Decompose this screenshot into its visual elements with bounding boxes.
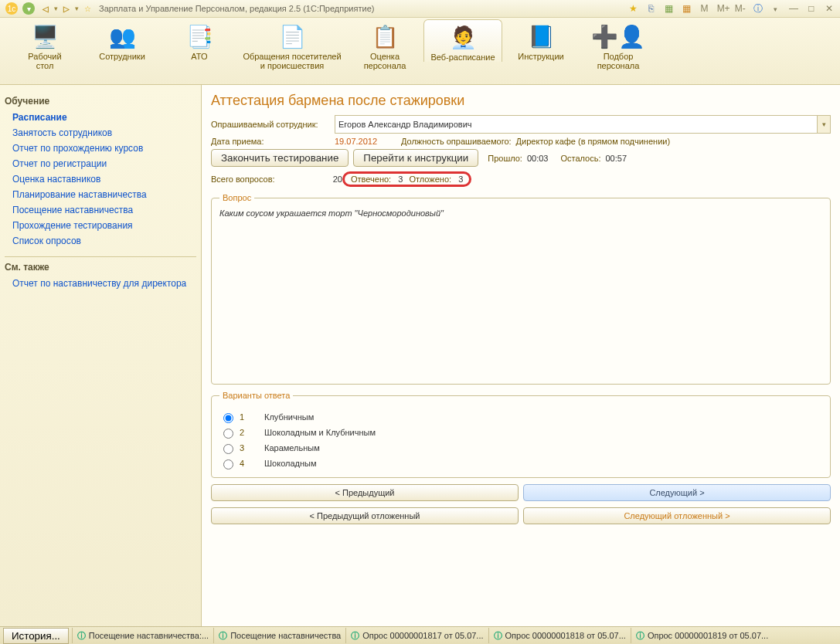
ato-icon: 📑 bbox=[161, 21, 238, 52]
hire-date-label: Дата приема: bbox=[211, 137, 335, 146]
calendar-icon[interactable]: ▦ bbox=[682, 3, 692, 14]
answers-fieldset: Варианты ответа 1Клубничным 2Шоколадным … bbox=[211, 391, 831, 478]
question-text: Каким соусом украшается торт "Черносморо… bbox=[219, 208, 822, 218]
sidebar-item-surveys[interactable]: Список опросов bbox=[5, 233, 196, 249]
prev-button[interactable]: < Предыдущий bbox=[211, 484, 519, 501]
bottom-tab[interactable]: ⓘПосещение наставничества bbox=[213, 628, 345, 643]
bottom-tab-label: Посещение наставничества:... bbox=[89, 631, 209, 640]
info-icon[interactable]: ⓘ bbox=[753, 3, 763, 14]
history-button[interactable]: История... bbox=[3, 628, 69, 644]
bottom-tab[interactable]: ⓘПосещение наставничества:... bbox=[72, 628, 213, 643]
answer-radio-3[interactable] bbox=[223, 444, 233, 454]
webschedule-icon: 🧑‍💼 bbox=[424, 22, 502, 53]
sidebar: Обучение Расписание Занятость сотруднико… bbox=[0, 85, 202, 629]
remain-label: Осталось: bbox=[560, 154, 600, 163]
info-icon: ⓘ bbox=[77, 630, 86, 642]
bottom-tab[interactable]: ⓘОпрос 00000001818 от 05.07... bbox=[488, 628, 631, 643]
answer-row[interactable]: 4Шоколадным bbox=[219, 456, 822, 471]
mminus-icon[interactable]: M- bbox=[735, 3, 746, 14]
tool-webschedule[interactable]: 🧑‍💼Веб-расписание bbox=[423, 19, 502, 62]
answer-row[interactable]: 3Карамельным bbox=[219, 440, 822, 456]
answer-num: 1 bbox=[240, 412, 250, 422]
maximize-icon[interactable]: □ bbox=[806, 3, 817, 14]
info-icon: ⓘ bbox=[351, 630, 359, 642]
sidebar-item-mentor-eval[interactable]: Оценка наставников bbox=[5, 171, 196, 187]
answer-text: Карамельным bbox=[264, 443, 320, 452]
sidebar-item-mentor-plan[interactable]: Планирование наставничества bbox=[5, 187, 196, 202]
calc-icon[interactable]: ▦ bbox=[663, 3, 674, 14]
postponed-value: 3 bbox=[458, 175, 463, 184]
answer-row[interactable]: 2Шоколадным и Клубничным bbox=[219, 425, 822, 440]
history-back-icon[interactable]: ◁ bbox=[39, 2, 52, 15]
sidebar-item-mentor-visit[interactable]: Посещение наставничества bbox=[5, 202, 196, 218]
history-fwd-icon[interactable]: ▷ bbox=[60, 2, 73, 15]
info-icon: ⓘ bbox=[494, 630, 502, 642]
bottombar: История... ⓘПосещение наставничества:...… bbox=[0, 626, 840, 644]
tool-appeals[interactable]: 📄Обращения посетителей и происшествия bbox=[238, 21, 346, 70]
tool-recruit[interactable]: ➕👤Подбор персонала bbox=[580, 21, 657, 70]
total-q-value: 20 bbox=[327, 175, 342, 184]
sidebar-item-testing[interactable]: Прохождение тестирования bbox=[5, 218, 196, 233]
sidebar-item-schedule[interactable]: Расписание bbox=[5, 110, 196, 125]
sidebar-item-reg-report[interactable]: Отчет по регистрации bbox=[5, 156, 196, 171]
minimize-icon[interactable]: — bbox=[788, 3, 799, 14]
m-icon[interactable]: M bbox=[699, 3, 710, 14]
hire-date-value: 19.07.2012 bbox=[335, 137, 396, 146]
tool-evaluation[interactable]: 📋Оценка персонала bbox=[346, 21, 423, 70]
link-icon[interactable]: ⎘ bbox=[645, 3, 656, 14]
history-fwd-dd-icon[interactable]: ▾ bbox=[75, 5, 79, 12]
position-value: Директор кафе (в прямом подчинении) bbox=[516, 137, 670, 146]
tool-employees[interactable]: 👥Сотрудники bbox=[83, 21, 161, 61]
tool-ato[interactable]: 📑АТО bbox=[161, 21, 238, 61]
employee-label: Опрашиваемый сотрудник: bbox=[211, 120, 335, 129]
info-icon: ⓘ bbox=[636, 630, 644, 642]
question-legend: Вопрос bbox=[219, 193, 254, 202]
goto-instruction-button[interactable]: Перейти к инструкции bbox=[353, 149, 478, 167]
prev-postponed-button[interactable]: < Предыдущий отложенный bbox=[211, 507, 519, 524]
menu-dropdown-icon[interactable]: ▾ bbox=[22, 2, 35, 15]
elapsed-label: Прошло: bbox=[488, 154, 522, 163]
bottom-tab-label: Опрос 00000001819 от 05.07... bbox=[648, 631, 768, 640]
answer-text: Клубничным bbox=[264, 412, 314, 422]
finish-test-button[interactable]: Закончить тестирование bbox=[211, 149, 349, 167]
answer-num: 2 bbox=[240, 428, 250, 437]
bottom-tab-label: Опрос 00000001817 от 05.07... bbox=[362, 631, 483, 640]
answer-num: 3 bbox=[240, 443, 250, 452]
answers-legend: Варианты ответа bbox=[219, 391, 293, 400]
sidebar-item-director-report[interactable]: Отчет по наставничеству для директора bbox=[5, 276, 196, 291]
question-fieldset: Вопрос Каким соусом украшается торт "Чер… bbox=[211, 193, 831, 385]
answer-row[interactable]: 1Клубничным bbox=[219, 409, 822, 425]
bottom-tab-label: Посещение наставничества bbox=[230, 631, 341, 640]
history-back-dd-icon[interactable]: ▾ bbox=[54, 5, 58, 12]
next-postponed-button[interactable]: Следующий отложенный > bbox=[523, 507, 831, 524]
tool-desktop[interactable]: 🖥️Рабочий стол bbox=[6, 21, 83, 70]
employee-field[interactable]: Егоров Александр Владимирович bbox=[335, 115, 818, 134]
answer-radio-4[interactable] bbox=[223, 459, 233, 469]
bottom-tab[interactable]: ⓘОпрос 00000001817 от 05.07... bbox=[345, 628, 488, 643]
app-logo-icon: 1c bbox=[5, 2, 18, 15]
instructions-icon: 📘 bbox=[502, 21, 580, 52]
highlighted-stats: Отвечено: 3 Отложено: 3 bbox=[342, 171, 471, 187]
elapsed-value: 00:03 bbox=[527, 154, 549, 163]
answer-radio-1[interactable] bbox=[223, 413, 233, 423]
favorite-icon[interactable]: ☆ bbox=[81, 2, 94, 15]
answered-label: Отвечено: bbox=[351, 175, 391, 184]
window-title: Зарплата и Управление Персоналом, редакц… bbox=[99, 4, 374, 13]
close-icon[interactable]: ✕ bbox=[824, 3, 835, 14]
next-button[interactable]: Следующий > bbox=[523, 484, 831, 501]
sidebar-group-learning: Обучение bbox=[5, 96, 196, 107]
main-panel: Аттестация бармена после стажировки Опра… bbox=[202, 85, 840, 629]
page-title: Аттестация бармена после стажировки bbox=[211, 93, 831, 109]
sidebar-item-employment[interactable]: Занятость сотрудников bbox=[5, 125, 196, 141]
total-q-label: Всего вопросов: bbox=[211, 175, 327, 184]
recruit-icon: ➕👤 bbox=[580, 21, 657, 52]
sidebar-item-course-report[interactable]: Отчет по прохождению курсов bbox=[5, 141, 196, 156]
info-dd-icon[interactable]: ▾ bbox=[770, 4, 781, 15]
mplus-icon[interactable]: M+ bbox=[717, 3, 728, 14]
tool-instructions[interactable]: 📘Инструкции bbox=[502, 21, 580, 61]
star-icon[interactable]: ★ bbox=[627, 3, 638, 14]
answer-radio-2[interactable] bbox=[223, 429, 233, 439]
bottom-tab[interactable]: ⓘОпрос 00000001819 от 05.07... bbox=[631, 628, 773, 643]
answer-num: 4 bbox=[240, 459, 250, 468]
employee-select-icon[interactable]: ▾ bbox=[818, 115, 831, 134]
